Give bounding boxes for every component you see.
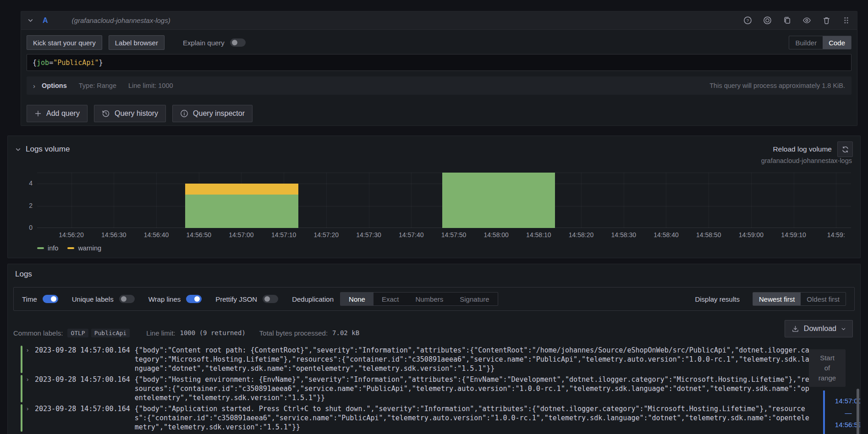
x-tick-label: 14:58:30	[611, 231, 637, 239]
range-dash: —	[827, 407, 861, 419]
y-tick-label: 0	[21, 224, 33, 231]
gridline-v	[71, 173, 72, 228]
query-token-label: job	[37, 59, 49, 67]
query-ref-id[interactable]: A	[43, 16, 48, 25]
chevron-right-icon[interactable]: ›	[27, 346, 35, 373]
legend-item-info[interactable]: info	[37, 244, 58, 252]
common-labels-chips: OTLPPublicApi	[67, 329, 132, 337]
start-of-range-label: Startofrange	[809, 349, 846, 387]
log-row[interactable]: ›2023-09-28 14:57:00.164{"body":"Hosting…	[21, 375, 810, 402]
y-tick-label: 2	[21, 202, 33, 209]
gridline-v	[794, 173, 794, 228]
legend-label: warning	[78, 244, 101, 252]
grip-icon[interactable]	[842, 16, 851, 25]
gridline-v	[326, 173, 327, 228]
query-token-value: "PublicApi"	[53, 59, 99, 67]
explain-query-toggle[interactable]	[230, 38, 246, 47]
sort-option-newest-first[interactable]: Newest first	[753, 293, 801, 305]
logs-meta-row: Common labels: OTLPPublicApi Line limit:…	[13, 324, 359, 342]
record-icon[interactable]	[763, 16, 772, 25]
label-browser-button[interactable]: Label browser	[109, 35, 165, 50]
prettify-json-toggle[interactable]	[263, 295, 278, 303]
x-tick-label: 14:58:50	[696, 231, 721, 239]
x-tick-label: 14:57:10	[271, 231, 297, 239]
bar-segment-warning	[185, 184, 298, 195]
help-icon[interactable]: ?	[743, 16, 752, 25]
builder-code-toggle[interactable]: BuilderCode	[789, 36, 852, 49]
gridline-v	[369, 173, 369, 228]
chevron-down-icon[interactable]	[15, 146, 21, 152]
y-tick-label: 4	[21, 179, 33, 187]
chevron-down-icon[interactable]	[27, 17, 33, 23]
query-inspector-button[interactable]: Query inspector	[172, 105, 253, 122]
dedup-option-exact[interactable]: Exact	[374, 293, 407, 305]
unique-labels-toggle[interactable]	[119, 295, 135, 303]
wrap-lines-toggle[interactable]	[186, 295, 202, 303]
chevron-right-icon[interactable]: ›	[27, 404, 35, 432]
logs-scrollbar[interactable]	[857, 389, 859, 434]
x-tick-label: 14:56:50	[186, 231, 211, 239]
copy-icon[interactable]	[783, 16, 791, 25]
volume-bar[interactable]	[185, 184, 298, 228]
log-level-bar	[21, 346, 22, 373]
gridline-v	[581, 173, 582, 228]
common-label-chip: PublicApi	[91, 329, 130, 337]
dedup-option-numbers[interactable]: Numbers	[407, 293, 451, 305]
chevron-down-icon	[841, 326, 846, 331]
log-line-text: {"body":"Application started. Press Ctrl…	[135, 404, 810, 432]
logs-volume-title[interactable]: Logs volume	[26, 145, 70, 154]
bar-segment-info	[442, 173, 555, 228]
gridline-v	[156, 173, 157, 228]
logs-volume-chart: 024 14:56:2014:56:3014:56:4014:56:5014:5…	[21, 173, 851, 252]
x-tick-label: 14:59:00	[739, 231, 764, 239]
explain-query-label: Explain query	[183, 39, 225, 47]
log-timestamp: 2023-09-28 14:57:00.164	[35, 346, 130, 373]
legend-item-warning[interactable]: warning	[67, 244, 101, 252]
gridline-v	[114, 173, 114, 228]
log-line-text: {"body":"Content root path: {ContentRoot…	[135, 346, 810, 373]
query-options-bar[interactable]: › Options Type: Range Line limit: 1000 T…	[27, 76, 852, 95]
log-row[interactable]: ›2023-09-28 14:57:00.164{"body":"Content…	[21, 346, 810, 373]
log-row[interactable]: ›2023-09-28 14:57:00.164{"body":"Applica…	[21, 404, 810, 432]
reload-log-volume-button[interactable]: Reload log volume	[773, 145, 832, 153]
gridline-v	[624, 173, 624, 228]
download-button[interactable]: Download	[785, 320, 853, 337]
refresh-button[interactable]	[837, 141, 853, 157]
refresh-icon	[841, 146, 849, 153]
mode-option-code[interactable]: Code	[823, 36, 851, 49]
query-code-input[interactable]: {job="PublicApi"}	[27, 54, 852, 71]
mode-option-builder[interactable]: Builder	[789, 36, 823, 49]
toggle-label: Wrap lines	[148, 295, 181, 303]
range-scroll-bar[interactable]	[823, 391, 825, 434]
add-query-button[interactable]: Add query	[27, 105, 88, 122]
x-tick-label: 14:59:10	[781, 231, 806, 239]
sort-option-oldest-first[interactable]: Oldest first	[801, 293, 846, 305]
kick-start-query-button[interactable]: Kick start your query	[27, 35, 102, 50]
volume-bar[interactable]	[442, 173, 555, 228]
log-timestamp: 2023-09-28 14:57:00.164	[35, 375, 130, 402]
trash-icon[interactable]	[822, 16, 831, 25]
dedup-option-signature[interactable]: Signature	[451, 293, 497, 305]
range-to-time[interactable]: 14:56:59	[827, 419, 861, 431]
eye-icon[interactable]	[802, 16, 811, 25]
options-title: Options	[42, 82, 67, 89]
query-token-close: }	[99, 59, 103, 67]
query-history-button[interactable]: Query history	[94, 105, 166, 122]
query-token-open: {	[33, 59, 37, 67]
sort-order-group[interactable]: Newest firstOldest first	[753, 292, 846, 306]
dedup-option-none[interactable]: None	[341, 293, 374, 305]
query-row-header: A (grafanacloud-johannestax-logs) ?	[21, 11, 857, 30]
range-times: 14:57:00 — 14:56:59	[827, 395, 861, 431]
x-tick-label: 14:57:50	[441, 231, 467, 239]
time-toggle[interactable]	[43, 295, 58, 303]
chart-plot-area[interactable]	[37, 173, 851, 228]
range-from-time[interactable]: 14:57:00	[827, 395, 861, 407]
chevron-right-icon[interactable]: ›	[27, 375, 35, 402]
deduplication-group[interactable]: NoneExactNumbersSignature	[340, 292, 498, 306]
log-level-bar	[21, 375, 22, 402]
chevron-right-icon[interactable]: ›	[33, 82, 35, 90]
logs-title: Logs	[8, 264, 860, 279]
x-tick-label: 14:56:30	[101, 231, 126, 239]
common-label-chip: OTLP	[67, 329, 88, 337]
options-type: Type: Range	[79, 82, 116, 89]
